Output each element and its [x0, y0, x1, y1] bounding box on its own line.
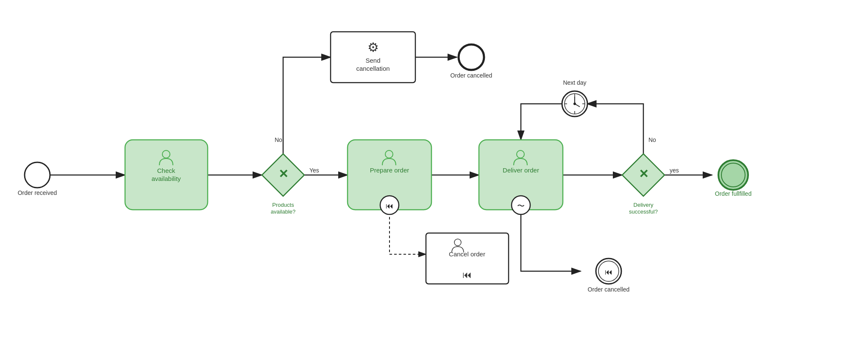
label-products-available2: available? — [271, 208, 296, 215]
label-delivery-successful2: successful? — [629, 208, 658, 215]
rewind-icon-bottom: ⏮ — [605, 268, 612, 276]
gateway-x-delivery: ✕ — [639, 167, 648, 181]
edge-no-to-cancel — [283, 57, 331, 154]
label-no-right: No — [648, 136, 656, 143]
timer-center — [573, 103, 576, 105]
label-check-availability: Check — [157, 167, 175, 174]
start-event — [25, 162, 50, 188]
label-no-top: No — [275, 136, 282, 143]
bpmn-diagram: ✕ ⚙ ⏮ 〜 ✕ — [0, 0, 868, 350]
label-products-available1: Products — [272, 202, 294, 208]
label-cancel-order: Cancel order — [449, 250, 485, 258]
label-prepare-order: Prepare order — [370, 167, 409, 174]
end-event-fulfilled-inner — [721, 163, 745, 187]
rewind-symbol-cancel: ⏮ — [462, 269, 472, 280]
edge-no-to-timer — [587, 104, 643, 154]
edge-compensate-dashed — [389, 208, 426, 254]
label-deliver-order: Deliver order — [503, 167, 539, 174]
label-order-fulfilled: Order fullfilled — [715, 190, 751, 197]
label-send-cancellation2: cancellation — [356, 65, 389, 72]
label-next-day: Next day — [563, 79, 586, 86]
signal-icon-deliver: 〜 — [517, 202, 525, 210]
end-event-top — [459, 44, 484, 70]
label-send-cancellation1: Send — [365, 57, 380, 64]
label-check-availability2: availability — [151, 175, 181, 182]
label-delivery-successful1: Delivery — [634, 202, 654, 208]
rewind-icon-prepare: ⏮ — [386, 202, 393, 210]
label-yes-right: yes — [670, 167, 679, 174]
edge-deliver-to-cancelled-bottom — [521, 208, 581, 271]
label-yes-middle: Yes — [309, 167, 319, 174]
label-order-received: Order received — [18, 189, 57, 196]
gateway-x-check: ✕ — [278, 167, 288, 181]
label-order-cancelled-bottom: Order cancelled — [588, 286, 630, 293]
edge-timer-to-deliver — [521, 104, 563, 140]
label-order-cancelled-top: Order cancelled — [451, 72, 492, 79]
gear-icon: ⚙ — [367, 40, 379, 54]
